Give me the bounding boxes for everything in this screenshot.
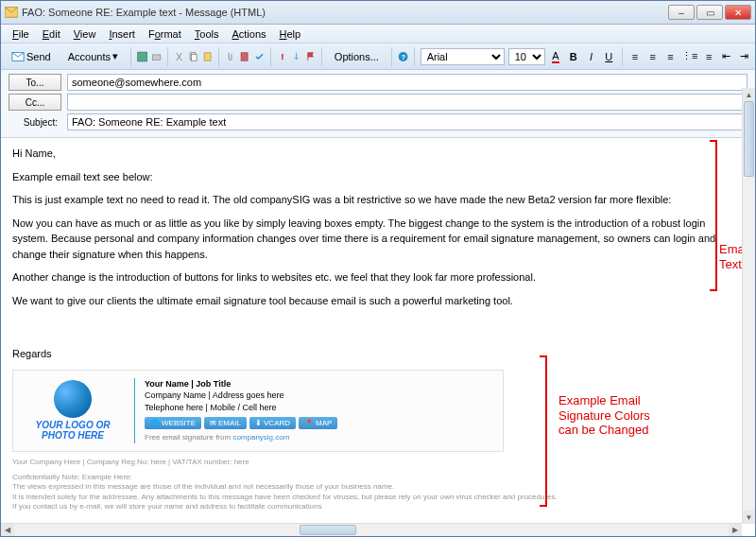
- send-icon: [11, 50, 25, 63]
- menu-file[interactable]: File: [7, 26, 35, 42]
- footer-disclaimer: Your Company Here | Company Reg No: here…: [12, 458, 744, 512]
- scroll-up-arrow[interactable]: ▲: [743, 88, 755, 101]
- app-icon: [5, 6, 18, 19]
- importance-low-icon[interactable]: [291, 50, 301, 63]
- to-button[interactable]: To...: [9, 74, 61, 91]
- accounts-button[interactable]: Accounts▾: [61, 47, 125, 65]
- menubar: File Edit View Insert Format Tools Actio…: [1, 25, 755, 43]
- titlebar: FAO: Someone RE: Example text - Message …: [1, 1, 755, 25]
- body-p5: We want to give our clients the ultimate…: [12, 293, 744, 309]
- body-p4: Another change is the introduction of bu…: [12, 269, 744, 286]
- maximize-button[interactable]: ▭: [696, 5, 723, 20]
- copy-icon[interactable]: [188, 50, 198, 63]
- cut-icon[interactable]: [174, 50, 184, 63]
- menu-help[interactable]: Help: [274, 26, 307, 42]
- align-center-button[interactable]: ≡: [645, 48, 660, 65]
- sig-website-button[interactable]: 🌐 WEBSITE: [145, 417, 201, 429]
- subject-field[interactable]: [67, 113, 747, 130]
- sig-free-text: Free email signature from companysig.com: [145, 432, 337, 442]
- align-right-button[interactable]: ≡: [663, 48, 678, 65]
- message-body[interactable]: Hi Name, Example email text see below: T…: [1, 138, 755, 537]
- scroll-left-arrow[interactable]: ◀: [1, 524, 14, 536]
- decrease-indent-button[interactable]: ⇤: [720, 48, 734, 65]
- window-title: FAO: Someone RE: Example text - Message …: [22, 7, 668, 18]
- minimize-button[interactable]: –: [668, 5, 695, 20]
- menu-edit[interactable]: Edit: [37, 26, 66, 42]
- fontsize-select[interactable]: 10: [508, 48, 545, 65]
- bullets-button[interactable]: ⋮≡: [681, 48, 698, 65]
- increase-indent-button[interactable]: ⇥: [737, 48, 751, 65]
- sig-map-button[interactable]: 📍 MAP: [299, 417, 337, 429]
- svg-rect-5: [192, 54, 198, 61]
- menu-actions[interactable]: Actions: [226, 26, 271, 42]
- sig-name-line: Your Name | Job Title: [145, 378, 337, 390]
- signature-block: YOUR LOGO OR PHOTO HERE Your Name | Job …: [12, 370, 504, 452]
- sig-vcard-button[interactable]: ⬇ VCARD: [249, 417, 296, 429]
- vertical-scrollbar[interactable]: ▲ ▼: [742, 88, 755, 524]
- annotation-bracket-1: [710, 140, 717, 291]
- to-field[interactable]: [67, 74, 747, 91]
- scroll-right-arrow[interactable]: ▶: [729, 524, 742, 536]
- menu-format[interactable]: Format: [143, 26, 187, 42]
- addressbook-icon[interactable]: [239, 50, 249, 63]
- svg-rect-6: [204, 52, 211, 60]
- subject-label: Subject:: [9, 117, 61, 128]
- bold-button[interactable]: B: [566, 48, 580, 65]
- options-button[interactable]: Options...: [328, 48, 386, 65]
- horizontal-scrollbar[interactable]: ◀ ▶: [1, 523, 742, 536]
- italic-button[interactable]: I: [584, 48, 598, 65]
- print-icon[interactable]: [151, 50, 162, 63]
- companysig-link[interactable]: companysig.com: [232, 433, 289, 442]
- body-greeting: Hi Name,: [12, 146, 744, 162]
- numbering-button[interactable]: ≡: [702, 48, 716, 65]
- message-headers: To... Cc... Subject:: [1, 70, 755, 138]
- annotation-bracket-2: [540, 355, 547, 507]
- svg-rect-2: [137, 52, 146, 61]
- check-names-icon[interactable]: [254, 50, 265, 63]
- body-p2: This is just example text no need to rea…: [12, 192, 744, 208]
- save-icon[interactable]: [137, 50, 147, 63]
- align-left-button[interactable]: ≡: [627, 48, 642, 65]
- font-color-button[interactable]: A: [549, 48, 563, 65]
- cc-field[interactable]: [67, 94, 747, 111]
- svg-text:!: !: [281, 51, 284, 61]
- menu-insert[interactable]: Insert: [103, 26, 141, 42]
- underline-button[interactable]: U: [602, 48, 616, 65]
- logo-placeholder-text: YOUR LOGO OR PHOTO HERE: [21, 420, 125, 441]
- body-regards: Regards: [12, 346, 744, 362]
- sig-phone-line: Telephone here | Mobile / Cell here: [145, 402, 337, 414]
- annotation-signature-text: Example Email Signature Colors can be Ch…: [558, 393, 672, 438]
- globe-icon: [54, 380, 92, 418]
- paste-icon[interactable]: [202, 50, 213, 63]
- svg-rect-7: [241, 52, 248, 60]
- menu-tools[interactable]: Tools: [189, 26, 225, 42]
- close-button[interactable]: ✕: [725, 5, 751, 20]
- signature-info: Your Name | Job Title Company Name | Add…: [145, 378, 337, 443]
- signature-logo: YOUR LOGO OR PHOTO HERE: [21, 378, 125, 443]
- svg-rect-3: [152, 54, 160, 60]
- cc-button[interactable]: Cc...: [9, 94, 61, 111]
- help-icon[interactable]: ?: [398, 50, 408, 63]
- svg-text:?: ?: [401, 52, 405, 61]
- flag-icon[interactable]: [305, 50, 316, 63]
- attach-icon[interactable]: [225, 50, 235, 63]
- body-p3: Now you can have as much or as little as…: [12, 216, 744, 263]
- menu-view[interactable]: View: [68, 26, 102, 42]
- scroll-down-arrow[interactable]: ▼: [743, 511, 755, 524]
- font-select[interactable]: Arial: [421, 48, 505, 65]
- scroll-thumb-h[interactable]: [300, 525, 356, 535]
- scroll-thumb-v[interactable]: [744, 101, 754, 177]
- toolbar: Send Accounts▾ ! Options... ? Arial 10 A…: [1, 43, 755, 70]
- importance-high-icon[interactable]: !: [277, 50, 287, 63]
- sig-email-button[interactable]: ✉ EMAIL: [204, 417, 247, 429]
- send-button[interactable]: Send: [5, 47, 58, 66]
- body-p1: Example email text see below:: [12, 169, 744, 185]
- sig-company-line: Company Name | Address goes here: [145, 390, 337, 402]
